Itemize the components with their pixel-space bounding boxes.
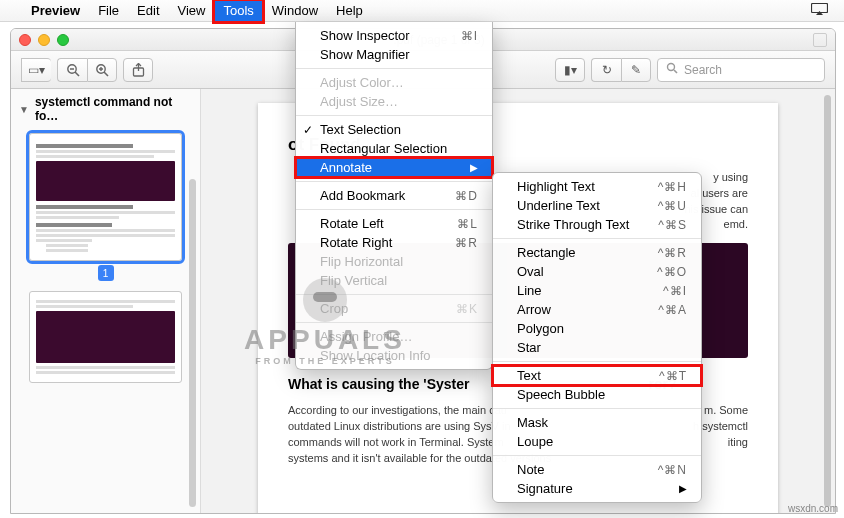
menubar-tools[interactable]: Tools	[214, 0, 262, 22]
annotate-submenu: Highlight Text^⌘H Underline Text^⌘U Stri…	[492, 172, 702, 503]
mi-add-bookmark[interactable]: Add Bookmark⌘D	[296, 186, 492, 205]
close-button[interactable]	[19, 34, 31, 46]
mi-strike-text[interactable]: Strike Through Text^⌘S	[493, 215, 701, 234]
mi-polygon[interactable]: Polygon	[493, 319, 701, 338]
mi-text[interactable]: Text^⌘T	[493, 366, 701, 385]
thumbnail-page-2[interactable]	[11, 291, 200, 383]
mi-note[interactable]: Note^⌘N	[493, 460, 701, 479]
maximize-button[interactable]	[57, 34, 69, 46]
mi-loupe[interactable]: Loupe	[493, 432, 701, 451]
doc-proxy-icon[interactable]	[813, 33, 827, 47]
mi-adjust-color: Adjust Color…	[296, 73, 492, 92]
traffic-lights	[19, 34, 69, 46]
zoom-in-button[interactable]	[87, 58, 117, 82]
mi-annotate[interactable]: Annotate▶	[296, 158, 492, 177]
mi-signature[interactable]: Signature▶	[493, 479, 701, 498]
source-credit: wsxdn.com	[788, 503, 838, 514]
content-scrollbar[interactable]	[824, 95, 831, 507]
mi-oval[interactable]: Oval^⌘O	[493, 262, 701, 281]
menubar-help[interactable]: Help	[327, 0, 372, 22]
svg-line-2	[75, 72, 79, 76]
menubar-file[interactable]: File	[89, 0, 128, 22]
check-icon: ✓	[303, 123, 313, 137]
submenu-arrow-icon: ▶	[655, 483, 687, 494]
search-input[interactable]: Search	[657, 58, 825, 82]
page-number-badge: 1	[98, 265, 114, 281]
mi-show-magnifier[interactable]: Show Magnifier	[296, 45, 492, 64]
mi-arrow[interactable]: Arrow^⌘A	[493, 300, 701, 319]
mi-rotate-left[interactable]: Rotate Left⌘L	[296, 214, 492, 233]
mi-line[interactable]: Line^⌘I	[493, 281, 701, 300]
mi-rectangle[interactable]: Rectangle^⌘R	[493, 243, 701, 262]
mi-rotate-right[interactable]: Rotate Right⌘R	[296, 233, 492, 252]
menubar-view[interactable]: View	[169, 0, 215, 22]
mi-rectangular-selection[interactable]: Rectangular Selection	[296, 139, 492, 158]
mi-show-inspector[interactable]: Show Inspector⌘I	[296, 26, 492, 45]
highlight-button[interactable]: ▮▾	[555, 58, 585, 82]
search-placeholder: Search	[684, 63, 722, 77]
sidebar-view-button[interactable]: ▭▾	[21, 58, 51, 82]
mi-show-location: Show Location Info	[296, 346, 492, 365]
mi-speech-bubble[interactable]: Speech Bubble	[493, 385, 701, 404]
submenu-arrow-icon: ▶	[446, 162, 478, 173]
menubar-edit[interactable]: Edit	[128, 0, 168, 22]
menubar: Preview File Edit View Tools Window Help	[0, 0, 844, 22]
mi-flip-vertical: Flip Vertical	[296, 271, 492, 290]
menubar-window[interactable]: Window	[263, 0, 327, 22]
sidebar-doc-header[interactable]: ▼ systemctl command not fo…	[11, 89, 200, 129]
markup-button[interactable]: ✎	[621, 58, 651, 82]
mi-flip-horizontal: Flip Horizontal	[296, 252, 492, 271]
mi-adjust-size: Adjust Size…	[296, 92, 492, 111]
disclosure-triangle-icon[interactable]: ▼	[19, 104, 29, 115]
doc-text: y using	[713, 171, 748, 183]
search-icon	[666, 62, 678, 77]
svg-point-10	[668, 64, 675, 71]
mi-underline-text[interactable]: Underline Text^⌘U	[493, 196, 701, 215]
mi-assign-profile: Assign Profile…	[296, 327, 492, 346]
tools-menu: Show Inspector⌘I Show Magnifier Adjust C…	[295, 22, 493, 370]
mi-text-selection[interactable]: ✓Text Selection	[296, 120, 492, 139]
thumbnails-sidebar: ▼ systemctl command not fo… 1	[11, 89, 201, 513]
minimize-button[interactable]	[38, 34, 50, 46]
share-button[interactable]	[123, 58, 153, 82]
svg-line-5	[104, 72, 108, 76]
thumbnail-page-1[interactable]	[11, 133, 200, 261]
zoom-out-button[interactable]	[57, 58, 87, 82]
mi-crop: Crop⌘K	[296, 299, 492, 318]
sidebar-doc-title: systemctl command not fo…	[35, 95, 192, 123]
airplay-icon[interactable]	[805, 3, 834, 19]
mi-highlight-text[interactable]: Highlight Text^⌘H	[493, 177, 701, 196]
mi-star[interactable]: Star	[493, 338, 701, 357]
rotate-button[interactable]: ↻	[591, 58, 621, 82]
sidebar-scrollbar[interactable]	[189, 179, 196, 507]
svg-line-11	[674, 70, 677, 73]
doc-text: emd.	[724, 218, 748, 230]
mi-mask[interactable]: Mask	[493, 413, 701, 432]
menubar-app[interactable]: Preview	[22, 0, 89, 22]
